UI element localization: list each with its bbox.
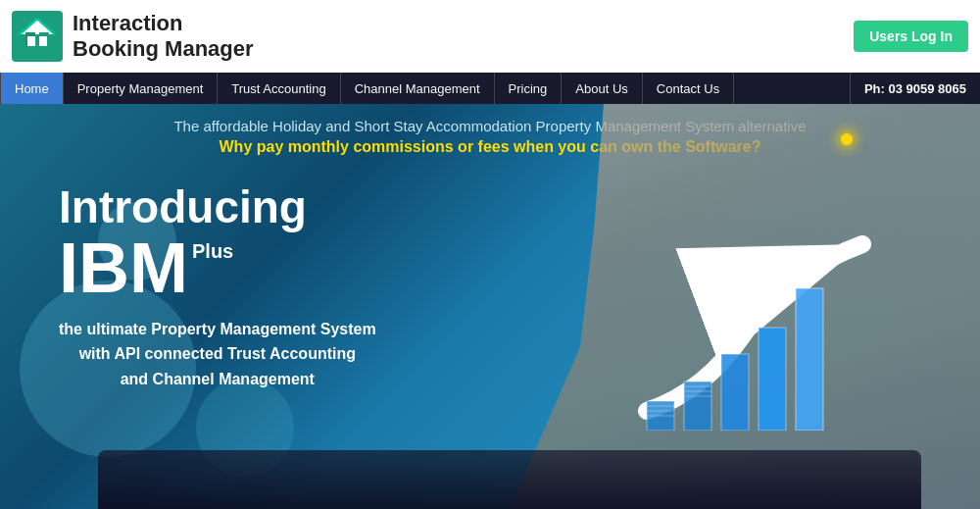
svg-rect-8	[39, 36, 47, 46]
svg-rect-7	[27, 36, 35, 46]
hero-content: Introducing IBM Plus the ultimate Proper…	[59, 182, 376, 391]
svg-rect-12	[721, 354, 749, 431]
glow-dot	[841, 133, 853, 145]
nav-item-home[interactable]: Home	[0, 73, 64, 104]
ibm-text: IBM	[59, 232, 188, 303]
svg-rect-14	[796, 288, 823, 431]
nav-bar: Home Property Management Trust Accountin…	[0, 73, 980, 104]
nav-item-channel-management[interactable]: Channel Management	[341, 73, 495, 104]
plus-text: Plus	[192, 240, 233, 263]
nav-item-property-management[interactable]: Property Management	[64, 73, 219, 104]
svg-rect-11	[684, 382, 711, 431]
ibm-line: IBM Plus	[59, 232, 376, 303]
users-login-button[interactable]: Users Log In	[854, 21, 968, 52]
svg-rect-13	[759, 328, 786, 431]
tablet-overlay	[98, 450, 921, 509]
logo-icon	[12, 11, 63, 62]
svg-rect-0	[12, 11, 63, 62]
nav-item-about-us[interactable]: About Us	[562, 73, 642, 104]
logo-text: Interaction Booking Manager	[73, 11, 254, 63]
hero-description: the ultimate Property Management System …	[59, 317, 376, 392]
nav-phone: Ph: 03 9059 8065	[850, 73, 980, 104]
nav-item-pricing[interactable]: Pricing	[495, 73, 563, 104]
nav-item-contact-us[interactable]: Contact Us	[643, 73, 734, 104]
logo-area: Interaction Booking Manager	[12, 11, 254, 63]
introducing-text: Introducing	[59, 182, 376, 232]
arrow-chart-svg	[627, 234, 902, 431]
nav-item-trust-accounting[interactable]: Trust Accounting	[218, 73, 340, 104]
hero-section: The affordable Holiday and Short Stay Ac…	[0, 104, 980, 509]
header: Interaction Booking Manager Users Log In	[0, 0, 980, 73]
